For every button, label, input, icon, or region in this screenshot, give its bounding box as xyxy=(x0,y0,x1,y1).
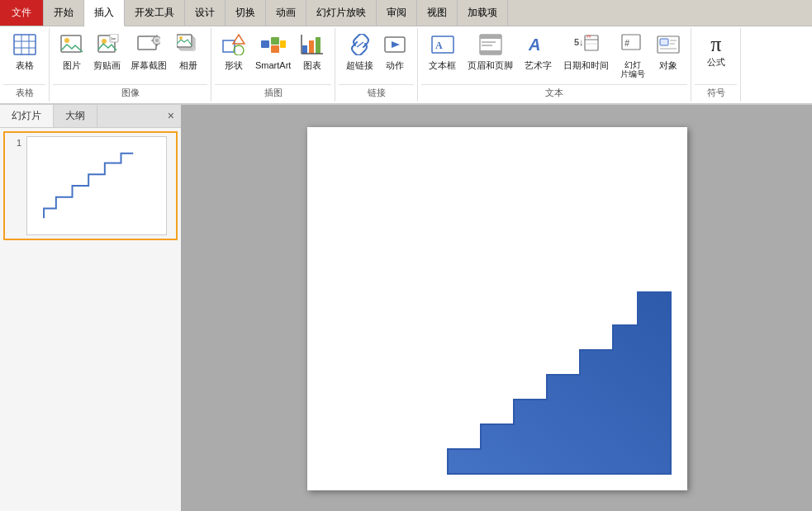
svg-line-34 xyxy=(357,42,363,47)
picture-button[interactable]: 图片 xyxy=(56,31,88,73)
album-icon xyxy=(177,34,200,59)
hyperlink-button[interactable]: 超链接 xyxy=(342,31,378,73)
tab-devtools-label: 开发工具 xyxy=(135,6,174,20)
action-icon xyxy=(383,34,406,59)
svg-point-6 xyxy=(64,38,69,43)
tab-slideshow-label: 幻灯片放映 xyxy=(316,6,366,20)
slideno-button[interactable]: # 幻灯片编号 xyxy=(616,31,649,81)
panel-tab-slides[interactable]: 幻灯片 xyxy=(0,105,54,127)
panel-tab-outline[interactable]: 大纲 xyxy=(54,105,97,127)
svg-rect-27 xyxy=(271,45,279,53)
slideno-icon: # xyxy=(621,34,644,59)
textbox-button[interactable]: A 文本框 xyxy=(425,31,460,73)
chart-label: 图表 xyxy=(303,60,321,71)
slide-canvas[interactable] xyxy=(307,127,687,490)
formula-button[interactable]: π 公式 xyxy=(700,31,732,70)
screenshot-button[interactable]: 屏幕截图 xyxy=(126,31,171,73)
clipart-icon: ✂ xyxy=(96,34,119,59)
slide-thumbnail-1[interactable]: 1 xyxy=(3,131,178,240)
tab-transitions-label: 切换 xyxy=(235,6,255,20)
wordart-button[interactable]: A 艺术字 xyxy=(520,31,556,73)
tab-home-label: 开始 xyxy=(54,6,74,20)
hyperlink-label: 超链接 xyxy=(346,60,373,71)
svg-rect-31 xyxy=(316,37,321,54)
svg-rect-25 xyxy=(261,40,269,48)
svg-marker-36 xyxy=(392,41,400,48)
group-links-label: 链接 xyxy=(339,84,414,102)
slide-panel: 幻灯片 大纲 × 1 xyxy=(0,105,182,511)
thumb-staircase-svg xyxy=(27,137,166,234)
shapes-label: 形状 xyxy=(225,60,243,71)
tab-file-label: 文件 xyxy=(12,6,31,20)
object-label: 对象 xyxy=(659,60,677,71)
svg-rect-22 xyxy=(223,40,235,52)
ribbon-content: 表格 表格 图片 xyxy=(0,26,812,105)
tab-review[interactable]: 审阅 xyxy=(377,0,417,26)
tab-addins[interactable]: 加载项 xyxy=(458,0,508,26)
slide-number-1: 1 xyxy=(8,136,21,235)
clipart-label: 剪贴画 xyxy=(93,60,121,71)
app-area: 幻灯片 大纲 × 1 xyxy=(0,105,812,511)
clipart-button[interactable]: ✂ 剪贴画 xyxy=(89,31,125,73)
picture-icon xyxy=(60,34,83,59)
group-images: 图片 ✂ 剪贴画 xyxy=(50,28,211,102)
tab-home[interactable]: 开始 xyxy=(44,0,84,26)
group-shapes-label: 插图 xyxy=(215,84,331,102)
datetime-button[interactable]: 5↓ ## 日期和时间 xyxy=(559,31,613,73)
svg-text:A: A xyxy=(528,35,540,54)
album-label: 相册 xyxy=(179,60,197,71)
svg-text:✂: ✂ xyxy=(111,35,116,43)
svg-rect-30 xyxy=(309,40,314,54)
group-links: 超链接 动作 链接 xyxy=(335,28,418,102)
smartart-label: SmartArt xyxy=(255,60,291,71)
svg-text:##: ## xyxy=(586,34,591,39)
tab-view-label: 视图 xyxy=(427,6,447,20)
table-button[interactable]: 表格 xyxy=(9,31,40,73)
smartart-icon xyxy=(260,34,287,59)
group-images-label: 图像 xyxy=(53,84,207,102)
chart-button[interactable]: 图表 xyxy=(297,31,328,73)
tab-transitions[interactable]: 切换 xyxy=(226,0,266,26)
formula-icon: π xyxy=(710,34,721,55)
object-icon xyxy=(657,34,680,59)
table-icon xyxy=(13,34,36,59)
tab-review-label: 审阅 xyxy=(387,6,406,20)
slideno-label: 幻灯片编号 xyxy=(620,60,645,78)
panel-close-button[interactable]: × xyxy=(161,105,181,127)
table-label: 表格 xyxy=(16,60,34,71)
album-button[interactable]: 相册 xyxy=(173,31,204,73)
smartart-button[interactable]: SmartArt xyxy=(251,31,295,73)
svg-rect-41 xyxy=(480,50,501,54)
ribbon-tabs: 文件 开始 插入 开发工具 设计 切换 动画 幻灯片放映 审阅 视图 加载项 xyxy=(0,0,812,26)
datetime-label: 日期和时间 xyxy=(563,60,609,71)
textbox-icon: A xyxy=(431,34,454,59)
tab-design[interactable]: 设计 xyxy=(185,0,226,26)
tab-file[interactable]: 文件 xyxy=(0,0,44,26)
group-text-label: 文本 xyxy=(421,84,687,102)
wordart-label: 艺术字 xyxy=(525,60,552,71)
group-table: 表格 表格 xyxy=(0,28,50,102)
svg-point-24 xyxy=(234,45,244,55)
tab-animation[interactable]: 动画 xyxy=(266,0,306,26)
wordart-icon: A xyxy=(527,34,550,59)
group-symbols-label: 符号 xyxy=(695,84,737,102)
group-symbols: π 公式 符号 xyxy=(691,28,741,102)
tab-view[interactable]: 视图 xyxy=(417,0,458,26)
svg-rect-5 xyxy=(61,35,81,52)
svg-point-21 xyxy=(179,36,183,40)
shapes-button[interactable]: 形状 xyxy=(218,31,249,73)
screenshot-label: 屏幕截图 xyxy=(131,60,167,71)
svg-marker-57 xyxy=(448,292,671,474)
hyperlink-icon xyxy=(349,34,372,59)
header-footer-button[interactable]: 页眉和页脚 xyxy=(463,31,517,73)
action-button[interactable]: 动作 xyxy=(379,31,411,73)
tab-devtools[interactable]: 开发工具 xyxy=(125,0,185,26)
tab-insert[interactable]: 插入 xyxy=(84,0,125,26)
object-button[interactable]: 对象 xyxy=(653,31,684,73)
svg-text:5↓: 5↓ xyxy=(574,37,584,47)
slide-preview-1 xyxy=(26,136,167,235)
tab-slideshow[interactable]: 幻灯片放映 xyxy=(306,0,377,26)
picture-label: 图片 xyxy=(63,60,81,71)
tab-insert-label: 插入 xyxy=(94,6,114,20)
svg-rect-0 xyxy=(14,35,36,54)
